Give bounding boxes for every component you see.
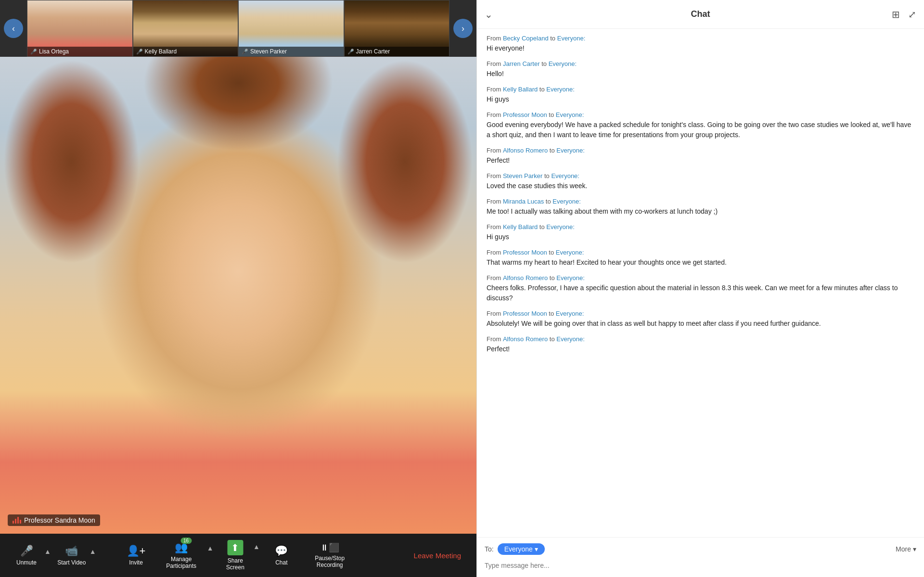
toolbar: 🎤 Unmute ▲ 📹 Start Video ▲ 👤+ Invite xyxy=(0,534,476,577)
share-screen-label: Share Screen xyxy=(220,557,250,571)
start-video-group: 📹 Start Video ▲ xyxy=(55,541,97,570)
video-chevron-button[interactable]: ▲ xyxy=(89,548,97,555)
next-thumbnail-button[interactable]: › xyxy=(453,19,473,38)
chat-message: From Professor Moon to Everyone: Absolut… xyxy=(487,310,914,329)
message-sender: Alfonso Romero xyxy=(503,335,548,343)
manage-participants-label: Manage Participants xyxy=(159,556,204,569)
mic-off-icon-steven: 🎤 xyxy=(242,49,248,55)
message-header: From Becky Copeland to Everyone: xyxy=(487,35,914,42)
participants-badge: 16 xyxy=(180,538,192,544)
thumbnail-steven: 🎤 Steven Parker xyxy=(238,0,344,57)
message-body: Cheers folks. Professor, I have a specif… xyxy=(487,283,914,303)
manage-participants-button[interactable]: 👥 16 Manage Participants xyxy=(157,538,206,573)
message-sender: Steven Parker xyxy=(503,172,542,180)
message-header: From Steven Parker to Everyone: xyxy=(487,172,914,180)
chat-button[interactable]: 💬 Chat xyxy=(265,541,298,570)
message-header: From Professor Moon to Everyone: xyxy=(487,111,914,118)
mic-off-icon-jarren: 🎤 xyxy=(347,49,354,55)
message-recipient: Everyone: xyxy=(546,86,575,93)
thumbnail-kelly: 🎤 Kelly Ballard xyxy=(133,0,239,57)
prev-thumbnail-button[interactable]: ‹ xyxy=(4,19,23,38)
chat-collapse-button[interactable]: ⌄ xyxy=(485,9,493,20)
invite-icon: 👤+ xyxy=(127,545,146,557)
invite-button[interactable]: 👤+ Invite xyxy=(119,541,153,570)
leave-meeting-button[interactable]: Leave Meeting xyxy=(408,548,467,564)
thumbnail-label-jarren: 🎤 Jarren Carter xyxy=(345,47,449,56)
audio-bars-icon xyxy=(13,517,21,524)
mic-off-icon-kelly: 🎤 xyxy=(136,49,143,55)
message-recipient: Everyone: xyxy=(549,60,577,67)
chat-messages: From Becky Copeland to Everyone: Hi ever… xyxy=(477,29,924,537)
message-body: Hello! xyxy=(487,69,914,79)
message-header: From Alfonso Romero to Everyone: xyxy=(487,335,914,343)
more-label-text: More xyxy=(896,545,911,553)
chat-icon: 💬 xyxy=(275,545,288,557)
message-sender: Becky Copeland xyxy=(503,35,549,42)
chat-footer: To: Everyone ▾ More ▾ xyxy=(477,537,924,577)
message-header: From Professor Moon to Everyone: xyxy=(487,249,914,256)
chat-expand-button[interactable]: ⤢ xyxy=(908,9,916,20)
message-body: Hi everyone! xyxy=(487,43,914,53)
message-recipient: Everyone: xyxy=(556,147,585,154)
message-input[interactable] xyxy=(485,560,916,571)
thumbnail-strip: ‹ 🎤 Lisa Ortega 🎤 Kelly Ballard � xyxy=(0,0,476,57)
chat-message: From Professor Moon to Everyone: Good ev… xyxy=(487,111,914,140)
chat-message: From Steven Parker to Everyone: Loved th… xyxy=(487,172,914,191)
video-icon: 📹 xyxy=(65,545,78,557)
participants-chevron-button[interactable]: ▲ xyxy=(206,544,215,552)
to-label: To: xyxy=(485,545,494,553)
message-recipient: Everyone: xyxy=(546,223,575,231)
unmute-button[interactable]: 🎤 Unmute xyxy=(10,541,43,570)
recipient-pill[interactable]: Everyone ▾ xyxy=(498,543,545,555)
message-sender: Miranda Lucas xyxy=(503,198,544,205)
message-recipient: Everyone: xyxy=(556,111,584,118)
bar1 xyxy=(13,521,14,524)
message-sender: Professor Moon xyxy=(503,249,547,256)
share-screen-button[interactable]: ⬆ Share Screen xyxy=(218,536,252,575)
bar2 xyxy=(15,519,16,524)
chat-message: From Becky Copeland to Everyone: Hi ever… xyxy=(487,35,914,53)
share-screen-icon: ⬆ xyxy=(227,540,243,555)
message-sender: Professor Moon xyxy=(503,310,547,317)
chat-label: Chat xyxy=(275,559,287,566)
main-video-feed: Professor Sandra Moon xyxy=(0,57,476,534)
thumbnail-label-steven: 🎤 Steven Parker xyxy=(239,47,344,56)
share-screen-chevron-button[interactable]: ▲ xyxy=(252,543,261,551)
invite-label: Invite xyxy=(129,559,143,566)
chat-title: Chat xyxy=(487,9,914,19)
message-body: Perfect! xyxy=(487,344,914,354)
message-header: From Professor Moon to Everyone: xyxy=(487,310,914,317)
start-video-button[interactable]: 📹 Start Video xyxy=(55,541,89,570)
chat-panel: ⌄ Chat ⊞ ⤢ From Becky Copeland to Everyo… xyxy=(476,0,924,577)
message-header: From Alfonso Romero to Everyone: xyxy=(487,274,914,282)
unmute-group: 🎤 Unmute ▲ xyxy=(10,541,52,570)
main-video-area: ‹ 🎤 Lisa Ortega 🎤 Kelly Ballard � xyxy=(0,0,476,577)
participants-group: 👥 16 Manage Participants ▲ xyxy=(157,538,215,573)
chat-message: From Professor Moon to Everyone: That wa… xyxy=(487,249,914,268)
message-recipient: Everyone: xyxy=(557,35,586,42)
message-sender: Kelly Ballard xyxy=(503,223,538,231)
thumbnail-name-lisa: Lisa Ortega xyxy=(39,48,69,55)
message-header: From Kelly Ballard to Everyone: xyxy=(487,86,914,93)
unmute-chevron-button[interactable]: ▲ xyxy=(43,548,52,555)
message-body: Good evening everybody! We have a packed… xyxy=(487,120,914,140)
message-recipient: Everyone: xyxy=(556,249,584,256)
message-sender: Alfonso Romero xyxy=(503,274,548,282)
message-recipient: Everyone: xyxy=(556,274,585,282)
more-button[interactable]: More ▾ xyxy=(896,545,916,553)
recording-button[interactable]: ⏸⬛ Pause/Stop Recording xyxy=(302,539,358,572)
chat-message: From Alfonso Romero to Everyone: Perfect… xyxy=(487,335,914,354)
chat-grid-button[interactable]: ⊞ xyxy=(892,9,900,20)
message-body: Perfect! xyxy=(487,155,914,166)
thumbnail-label-lisa: 🎤 Lisa Ortega xyxy=(27,47,132,56)
recording-icon: ⏸⬛ xyxy=(320,542,339,553)
message-recipient: Everyone: xyxy=(551,172,579,180)
thumbnail-lisa: 🎤 Lisa Ortega xyxy=(27,0,133,57)
message-sender: Jarren Carter xyxy=(503,60,540,67)
recording-label: Pause/Stop Recording xyxy=(304,555,356,568)
message-body: Hi guys xyxy=(487,232,914,242)
message-body: Me too! I actually was talking about the… xyxy=(487,206,914,217)
chat-message: From Alfonso Romero to Everyone: Cheers … xyxy=(487,274,914,303)
mic-off-icon-lisa: 🎤 xyxy=(30,49,37,55)
thumbnail-jarren: 🎤 Jarren Carter xyxy=(344,0,450,57)
